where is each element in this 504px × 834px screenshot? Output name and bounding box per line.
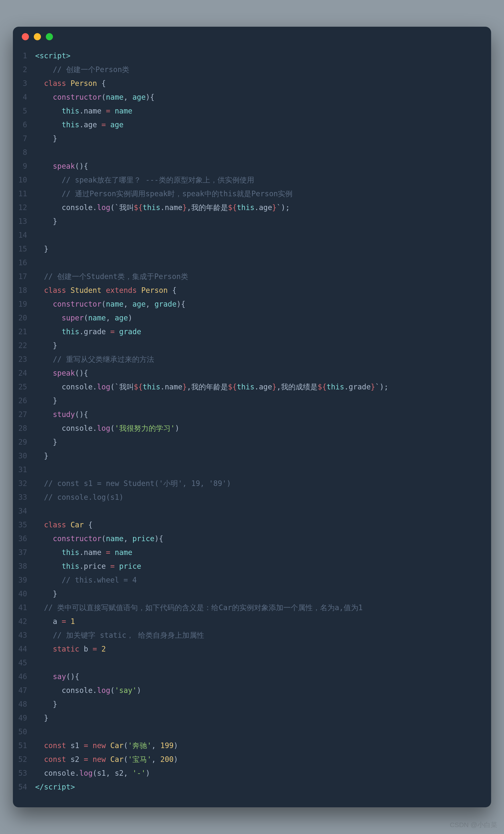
line-number: 5 (13, 104, 35, 118)
line-number: 47 (13, 684, 35, 697)
code-content: } (35, 339, 482, 352)
line-number: 16 (13, 256, 35, 270)
line-number: 27 (13, 408, 35, 421)
code-content: <script> (35, 49, 482, 63)
code-line: 1<script> (13, 49, 482, 63)
code-content: constructor(name, price){ (35, 532, 482, 546)
code-content (35, 146, 482, 159)
code-line: 10 // speak放在了哪里？ ---类的原型对象上，供实例使用 (13, 173, 482, 187)
code-line: 51 const s1 = new Car('奔驰', 199) (13, 739, 482, 752)
code-content: // 类中可以直接写赋值语句，如下代码的含义是：给Car的实例对象添加一个属性，… (35, 601, 482, 615)
code-line: 25 console.log(`我叫${this.name},我的年龄是${th… (13, 380, 482, 394)
line-number: 51 (13, 739, 35, 752)
line-number: 50 (13, 725, 35, 739)
code-content: console.log(s1, s2, '-') (35, 766, 482, 780)
line-number: 4 (13, 90, 35, 104)
code-content: constructor(name, age, grade){ (35, 297, 482, 311)
code-line: 31 (13, 463, 482, 477)
code-content: static b = 2 (35, 642, 482, 656)
code-line: 34 (13, 504, 482, 518)
line-number: 44 (13, 642, 35, 656)
code-content: this.price = price (35, 559, 482, 573)
line-number: 38 (13, 559, 35, 573)
code-line: 12 console.log(`我叫${this.name},我的年龄是${th… (13, 201, 482, 215)
code-line: 29 } (13, 435, 482, 449)
line-number: 43 (13, 629, 35, 642)
code-line: 44 static b = 2 (13, 642, 482, 656)
code-window: 1<script>2 // 创建一个Person类3 class Person … (13, 27, 491, 807)
code-line: 33 // console.log(s1) (13, 490, 482, 504)
code-content: study(){ (35, 408, 482, 421)
code-line: 52 const s2 = new Car('宝马', 200) (13, 752, 482, 766)
code-line: 26 } (13, 394, 482, 408)
code-line: 8 (13, 146, 482, 159)
code-line: 17 // 创建一个Student类，集成于Person类 (13, 270, 482, 284)
code-content (35, 725, 482, 739)
code-line: 41 // 类中可以直接写赋值语句，如下代码的含义是：给Car的实例对象添加一个… (13, 601, 482, 615)
code-content: // console.log(s1) (35, 490, 482, 504)
line-number: 46 (13, 670, 35, 684)
line-number: 7 (13, 132, 35, 146)
line-number: 24 (13, 366, 35, 380)
line-number: 41 (13, 601, 35, 615)
code-content: this.name = name (35, 104, 482, 118)
code-content: class Student extends Person { (35, 284, 482, 297)
zoom-icon[interactable] (46, 33, 53, 40)
code-content (35, 228, 482, 242)
code-line: 45 (13, 656, 482, 670)
code-line: 46 say(){ (13, 670, 482, 684)
line-number: 17 (13, 270, 35, 284)
line-number: 14 (13, 228, 35, 242)
code-content: } (35, 711, 482, 725)
code-content: constructor(name, age){ (35, 90, 482, 104)
code-line: 7 } (13, 132, 482, 146)
line-number: 18 (13, 284, 35, 297)
line-number: 30 (13, 449, 35, 463)
code-content: // speak放在了哪里？ ---类的原型对象上，供实例使用 (35, 173, 482, 187)
code-content: } (35, 697, 482, 711)
code-line: 2 // 创建一个Person类 (13, 63, 482, 76)
line-number: 12 (13, 201, 35, 215)
code-line: 21 this.grade = grade (13, 325, 482, 339)
code-line: 49 } (13, 711, 482, 725)
code-content (35, 463, 482, 477)
code-content: speak(){ (35, 159, 482, 173)
line-number: 13 (13, 215, 35, 228)
code-content: const s1 = new Car('奔驰', 199) (35, 739, 482, 752)
code-content: // 加关键字 static， 给类自身身上加属性 (35, 629, 482, 642)
line-number: 49 (13, 711, 35, 725)
code-content (35, 256, 482, 270)
code-line: 40 } (13, 587, 482, 601)
code-content: } (35, 242, 482, 256)
line-number: 1 (13, 49, 35, 63)
code-line: 19 constructor(name, age, grade){ (13, 297, 482, 311)
code-line: 18 class Student extends Person { (13, 284, 482, 297)
code-content: super(name, age) (35, 311, 482, 325)
code-content: </script> (35, 780, 482, 794)
code-line: 11 // 通过Person实例调用speak时，speak中的this就是Pe… (13, 187, 482, 201)
code-line: 30 } (13, 449, 482, 463)
code-line: 27 study(){ (13, 408, 482, 421)
line-number: 23 (13, 352, 35, 366)
code-content (35, 656, 482, 670)
code-line: 14 (13, 228, 482, 242)
code-line: 6 this.age = age (13, 118, 482, 132)
code-content: // this.wheel = 4 (35, 573, 482, 587)
minimize-icon[interactable] (34, 33, 41, 40)
code-content: // 重写从父类继承过来的方法 (35, 352, 482, 366)
line-number: 35 (13, 518, 35, 532)
code-line: 53 console.log(s1, s2, '-') (13, 766, 482, 780)
close-icon[interactable] (22, 33, 29, 40)
code-line: 3 class Person { (13, 76, 482, 90)
line-number: 8 (13, 146, 35, 159)
code-content: const s2 = new Car('宝马', 200) (35, 752, 482, 766)
code-line: 43 // 加关键字 static， 给类自身身上加属性 (13, 629, 482, 642)
code-line: 20 super(name, age) (13, 311, 482, 325)
code-line: 38 this.price = price (13, 559, 482, 573)
line-number: 6 (13, 118, 35, 132)
code-content: speak(){ (35, 366, 482, 380)
code-line: 4 constructor(name, age){ (13, 90, 482, 104)
line-number: 29 (13, 435, 35, 449)
code-line: 54</script> (13, 780, 482, 794)
code-line: 35 class Car { (13, 518, 482, 532)
